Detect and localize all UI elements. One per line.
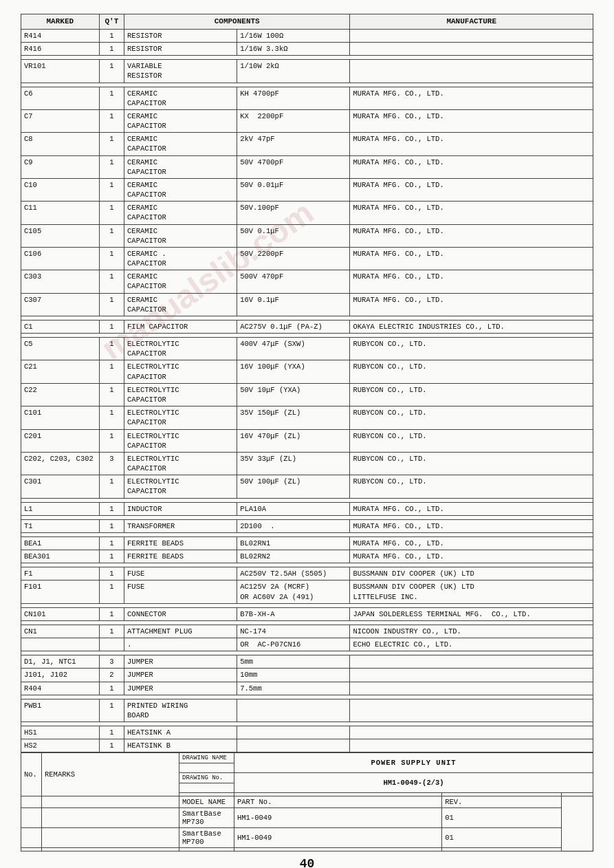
cell-comp: CERAMIC CAPACITOR: [124, 155, 237, 178]
cell-mfg: MURATA MFG. CO., LTD.: [350, 247, 593, 270]
cell-comp: JUMPER: [124, 655, 237, 669]
cell-marked: C7: [21, 109, 100, 132]
table-row: C211ELECTROLYTIC CAPACITOR16V 100μF (YXA…: [21, 360, 593, 383]
cell-mfg: BUSSMANN DIV COOPER (UK) LTD: [350, 567, 593, 581]
cell-marked: D1, J1, NTC1: [21, 655, 100, 669]
cell-comp: ELECTROLYTIC CAPACITOR: [124, 383, 237, 406]
cell-qty: 1: [99, 320, 124, 333]
table-row: L11INDUCTORPLA10AMURATA MFG. CO., LTD.: [21, 502, 593, 515]
cell-marked: HS1: [21, 726, 100, 739]
drawing-no-label: DRAWING No.: [179, 773, 234, 783]
cell-qty: [99, 638, 124, 651]
table-row: C3071CERAMIC CAPACITOR16V 0.1μFMURATA MF…: [21, 293, 593, 316]
table-row: C1061CERAMIC . CAPACITOR50V 2200pFMURATA…: [21, 247, 593, 270]
cell-spec: [237, 726, 350, 739]
cell-spec: [237, 699, 350, 721]
cell-marked: C105: [21, 224, 100, 247]
model-name-1: SmartBase MP700: [179, 828, 234, 848]
blank-last-d: [234, 848, 442, 851]
cell-mfg: ECHO ELECTRIC CO., LTD.: [350, 638, 593, 651]
table-row: C71CERAMIC CAPACITORKX 2200pFMURATA MFG.…: [21, 109, 593, 132]
cell-mfg: BUSSMANN DIV COOPER (UK) LTD LITTELFUSE …: [350, 581, 593, 603]
cell-marked: L1: [21, 502, 100, 515]
cell-comp: FILM CAPACITOR: [124, 320, 237, 333]
drawing-name: POWER SUPPLY UNIT: [234, 753, 593, 773]
blank-model1a: [21, 828, 42, 848]
blank-last-c: [179, 848, 234, 851]
cell-mfg: MURATA MFG. CO., LTD.: [350, 133, 593, 155]
cell-qty: 1: [99, 581, 124, 603]
cell-spec: 5mm: [237, 655, 350, 669]
cell-spec: 1/16W 100Ω: [237, 29, 350, 42]
cell-marked: J101, J102: [21, 669, 100, 682]
cell-spec: 50V 0.01μF: [237, 178, 350, 201]
cell-spec: 1/10W 2kΩ: [237, 60, 350, 83]
cell-mfg: [350, 699, 593, 721]
cell-qty: 1: [99, 133, 124, 155]
cell-mfg: [350, 739, 593, 752]
cell-spec: AC125V 2A (MCRF) OR AC60V 2A (491): [237, 581, 350, 603]
header-marked: MARKED: [21, 14, 100, 30]
cell-mfg: MURATA MFG. CO., LTD.: [350, 178, 593, 201]
cell-spec: 50V 10μF (YXA): [237, 383, 350, 406]
cell-spec: 16V 470μF (ZL): [237, 429, 350, 452]
cell-marked: C21: [21, 360, 100, 383]
cell-marked: R414: [21, 29, 100, 42]
cell-marked: C1: [21, 320, 100, 333]
cell-comp: CERAMIC CAPACITOR: [124, 109, 237, 132]
cell-mfg: [350, 43, 593, 56]
cell-mfg: [350, 726, 593, 739]
cell-qty: 1: [99, 178, 124, 201]
cell-marked: C201: [21, 429, 100, 452]
cell-spec: KX 2200pF: [237, 109, 350, 132]
cell-qty: 1: [99, 682, 124, 695]
table-row: C81CERAMIC CAPACITOR2kV 47pFMURATA MFG. …: [21, 133, 593, 155]
cell-qty: 1: [99, 109, 124, 132]
cell-mfg: JAPAN SOLDERLESS TERMINAL MFG. CO., LTD.: [350, 607, 593, 620]
cell-comp: HEATSINK B: [124, 739, 237, 752]
table-row: C101CERAMIC CAPACITOR50V 0.01μFMURATA MF…: [21, 178, 593, 201]
cell-spec: 2kV 47pF: [237, 133, 350, 155]
blank-cell6: [562, 793, 593, 796]
table-row: C51ELECTROLYTIC CAPACITOR400V 47μF (SXW)…: [21, 338, 593, 360]
cell-qty: 1: [99, 502, 124, 515]
blank-cell2: [179, 783, 234, 793]
blank-last-e: [442, 848, 562, 851]
rev-label: REV.: [442, 796, 562, 808]
cell-comp: VARIABLE RESISTOR: [124, 60, 237, 83]
cell-comp: ELECTROLYTIC CAPACITOR: [124, 406, 237, 429]
cell-marked: PWB1: [21, 699, 100, 721]
page: manualslib.com MARKED Q'T COMPONENTS MAN…: [0, 0, 614, 868]
cell-spec: 35V 150μF (ZL): [237, 406, 350, 429]
table-row: CN1011CONNECTORB7B-XH-AJAPAN SOLDERLESS …: [21, 607, 593, 620]
cell-qty: 1: [99, 360, 124, 383]
rev-1: 01: [442, 828, 562, 848]
cell-marked: C9: [21, 155, 100, 178]
table-row: C1011ELECTROLYTIC CAPACITOR35V 150μF (ZL…: [21, 406, 593, 429]
cell-qty: 1: [99, 739, 124, 752]
cell-spec: 35V 33μF (ZL): [237, 452, 350, 475]
table-row: .OR AC-P07CN16ECHO ELECTRIC CO., LTD.: [21, 638, 593, 651]
cell-marked: BEA301: [21, 550, 100, 563]
blank-last-a: [21, 848, 42, 851]
cell-spec: B7B-XH-A: [237, 607, 350, 620]
cell-mfg: RUBYCON CO., LTD.: [350, 383, 593, 406]
cell-comp: FERRITE BEADS: [124, 536, 237, 550]
cell-spec: BL02RN2: [237, 550, 350, 563]
cell-mfg: MURATA MFG. CO., LTD.: [350, 536, 593, 550]
cell-comp: FUSE: [124, 567, 237, 581]
cell-qty: 1: [99, 247, 124, 270]
cell-qty: 1: [99, 270, 124, 293]
cell-marked: C8: [21, 133, 100, 155]
cell-comp: .: [124, 638, 237, 651]
cell-comp: CERAMIC CAPACITOR: [124, 270, 237, 293]
part-no-0: HM1-0049: [234, 808, 442, 828]
no-col-label: No.: [21, 753, 42, 796]
cell-mfg: MURATA MFG. CO., LTD.: [350, 502, 593, 515]
cell-spec: [237, 739, 350, 752]
table-row: C61CERAMIC CAPACITORKH 4700pFMURATA MFG.…: [21, 87, 593, 109]
cell-spec: 10mm: [237, 669, 350, 682]
blank-model1b: [42, 828, 179, 848]
remarks-col-label: REMARKS: [42, 753, 179, 796]
cell-spec: 50V 4700pF: [237, 155, 350, 178]
